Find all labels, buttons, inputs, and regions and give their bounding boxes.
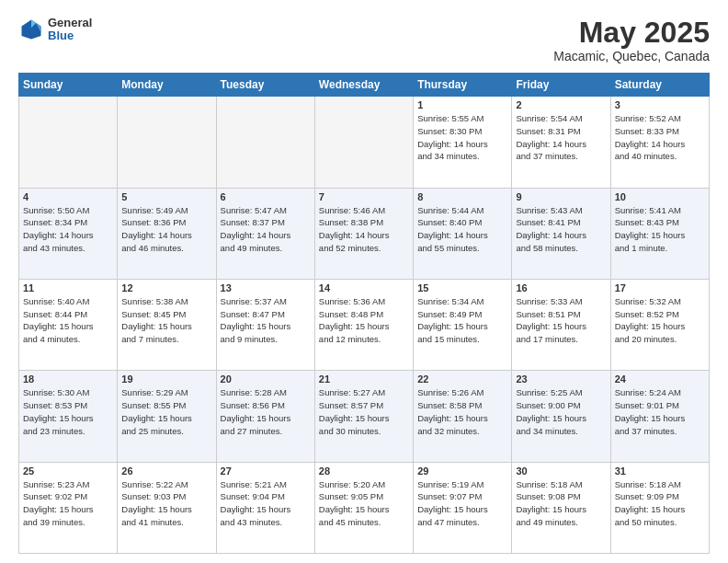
calendar-cell: 16Sunrise: 5:33 AM Sunset: 8:51 PM Dayli… — [512, 279, 610, 370]
cell-content: Sunrise: 5:19 AM Sunset: 9:07 PM Dayligh… — [417, 478, 507, 529]
day-number: 4 — [23, 191, 113, 202]
calendar-cell: 2Sunrise: 5:54 AM Sunset: 8:31 PM Daylig… — [512, 97, 610, 188]
calendar-row: 18Sunrise: 5:30 AM Sunset: 8:53 PM Dayli… — [19, 371, 710, 462]
day-number: 9 — [516, 191, 606, 202]
day-number: 28 — [319, 465, 409, 477]
day-number: 24 — [615, 373, 705, 385]
day-number: 27 — [221, 465, 311, 477]
calendar-row: 4Sunrise: 5:50 AM Sunset: 8:34 PM Daylig… — [19, 188, 710, 279]
cell-content: Sunrise: 5:37 AM Sunset: 8:47 PM Dayligh… — [221, 295, 311, 346]
calendar-cell: 25Sunrise: 5:23 AM Sunset: 9:02 PM Dayli… — [19, 462, 118, 553]
calendar-cell: 3Sunrise: 5:52 AM Sunset: 8:33 PM Daylig… — [610, 97, 709, 188]
calendar-cell: 20Sunrise: 5:28 AM Sunset: 8:56 PM Dayli… — [216, 371, 314, 462]
day-number: 5 — [121, 191, 211, 202]
calendar-cell: 22Sunrise: 5:26 AM Sunset: 8:58 PM Dayli… — [414, 371, 512, 462]
cell-content: Sunrise: 5:21 AM Sunset: 9:04 PM Dayligh… — [221, 478, 311, 529]
calendar-cell: 26Sunrise: 5:22 AM Sunset: 9:03 PM Dayli… — [118, 462, 216, 553]
logo: General Blue — [18, 17, 92, 43]
calendar-cell: 15Sunrise: 5:34 AM Sunset: 8:49 PM Dayli… — [414, 279, 512, 370]
calendar-cell: 7Sunrise: 5:46 AM Sunset: 8:38 PM Daylig… — [314, 188, 413, 279]
day-number: 10 — [615, 191, 705, 202]
logo-blue: Blue — [48, 29, 92, 42]
calendar-cell — [216, 97, 314, 188]
cell-content: Sunrise: 5:30 AM Sunset: 8:53 PM Dayligh… — [23, 386, 113, 437]
day-number: 14 — [319, 282, 409, 293]
calendar-cell: 11Sunrise: 5:40 AM Sunset: 8:44 PM Dayli… — [19, 279, 118, 370]
day-number: 8 — [417, 191, 507, 202]
subtitle: Macamic, Quebec, Canada — [553, 49, 710, 63]
main-title: May 2025 — [553, 17, 710, 49]
day-number: 17 — [615, 282, 705, 293]
calendar-cell: 9Sunrise: 5:43 AM Sunset: 8:41 PM Daylig… — [512, 188, 610, 279]
day-number: 3 — [615, 99, 705, 110]
calendar-day-header: Tuesday — [216, 74, 314, 97]
day-number: 1 — [417, 99, 507, 110]
cell-content: Sunrise: 5:18 AM Sunset: 9:09 PM Dayligh… — [615, 478, 705, 529]
cell-content: Sunrise: 5:46 AM Sunset: 8:38 PM Dayligh… — [319, 204, 409, 255]
calendar-day-header: Wednesday — [314, 74, 413, 97]
day-number: 18 — [23, 373, 113, 385]
cell-content: Sunrise: 5:38 AM Sunset: 8:45 PM Dayligh… — [121, 295, 211, 346]
calendar-cell: 30Sunrise: 5:18 AM Sunset: 9:08 PM Dayli… — [512, 462, 610, 553]
day-number: 23 — [516, 373, 606, 385]
calendar-cell: 6Sunrise: 5:47 AM Sunset: 8:37 PM Daylig… — [216, 188, 314, 279]
cell-content: Sunrise: 5:44 AM Sunset: 8:40 PM Dayligh… — [417, 204, 507, 255]
cell-content: Sunrise: 5:28 AM Sunset: 8:56 PM Dayligh… — [221, 386, 311, 437]
calendar-cell: 19Sunrise: 5:29 AM Sunset: 8:55 PM Dayli… — [118, 371, 216, 462]
calendar-day-header: Thursday — [414, 74, 512, 97]
cell-content: Sunrise: 5:40 AM Sunset: 8:44 PM Dayligh… — [23, 295, 113, 346]
cell-content: Sunrise: 5:55 AM Sunset: 8:30 PM Dayligh… — [417, 112, 507, 163]
day-number: 13 — [221, 282, 311, 293]
day-number: 31 — [615, 465, 705, 477]
day-number: 11 — [23, 282, 113, 293]
calendar-day-header: Sunday — [19, 74, 118, 97]
calendar-cell: 12Sunrise: 5:38 AM Sunset: 8:45 PM Dayli… — [118, 279, 216, 370]
cell-content: Sunrise: 5:47 AM Sunset: 8:37 PM Dayligh… — [221, 204, 311, 255]
cell-content: Sunrise: 5:27 AM Sunset: 8:57 PM Dayligh… — [319, 386, 409, 437]
day-number: 25 — [23, 465, 113, 477]
calendar-cell: 17Sunrise: 5:32 AM Sunset: 8:52 PM Dayli… — [610, 279, 709, 370]
cell-content: Sunrise: 5:25 AM Sunset: 9:00 PM Dayligh… — [516, 386, 606, 437]
calendar-cell: 23Sunrise: 5:25 AM Sunset: 9:00 PM Dayli… — [512, 371, 610, 462]
calendar-cell — [19, 97, 118, 188]
day-number: 19 — [121, 373, 211, 385]
calendar-row: 11Sunrise: 5:40 AM Sunset: 8:44 PM Dayli… — [19, 279, 710, 370]
cell-content: Sunrise: 5:34 AM Sunset: 8:49 PM Dayligh… — [417, 295, 507, 346]
calendar-cell: 29Sunrise: 5:19 AM Sunset: 9:07 PM Dayli… — [414, 462, 512, 553]
calendar-row: 25Sunrise: 5:23 AM Sunset: 9:02 PM Dayli… — [19, 462, 710, 553]
day-number: 12 — [121, 282, 211, 293]
calendar-table: SundayMondayTuesdayWednesdayThursdayFrid… — [18, 73, 710, 554]
calendar-header-row: SundayMondayTuesdayWednesdayThursdayFrid… — [19, 74, 710, 97]
calendar-cell: 10Sunrise: 5:41 AM Sunset: 8:43 PM Dayli… — [610, 188, 709, 279]
calendar-cell — [118, 97, 216, 188]
calendar-cell: 4Sunrise: 5:50 AM Sunset: 8:34 PM Daylig… — [19, 188, 118, 279]
day-number: 29 — [417, 465, 507, 477]
day-number: 22 — [417, 373, 507, 385]
cell-content: Sunrise: 5:52 AM Sunset: 8:33 PM Dayligh… — [615, 112, 705, 163]
cell-content: Sunrise: 5:29 AM Sunset: 8:55 PM Dayligh… — [121, 386, 211, 437]
header-area: General Blue May 2025 Macamic, Quebec, C… — [18, 17, 710, 63]
calendar-cell: 13Sunrise: 5:37 AM Sunset: 8:47 PM Dayli… — [216, 279, 314, 370]
page: General Blue May 2025 Macamic, Quebec, C… — [0, 0, 728, 563]
cell-content: Sunrise: 5:24 AM Sunset: 9:01 PM Dayligh… — [615, 386, 705, 437]
cell-content: Sunrise: 5:41 AM Sunset: 8:43 PM Dayligh… — [615, 204, 705, 255]
cell-content: Sunrise: 5:32 AM Sunset: 8:52 PM Dayligh… — [615, 295, 705, 346]
cell-content: Sunrise: 5:49 AM Sunset: 8:36 PM Dayligh… — [121, 204, 211, 255]
calendar-row: 1Sunrise: 5:55 AM Sunset: 8:30 PM Daylig… — [19, 97, 710, 188]
day-number: 21 — [319, 373, 409, 385]
day-number: 30 — [516, 465, 606, 477]
cell-content: Sunrise: 5:50 AM Sunset: 8:34 PM Dayligh… — [23, 204, 113, 255]
calendar-cell: 31Sunrise: 5:18 AM Sunset: 9:09 PM Dayli… — [610, 462, 709, 553]
cell-content: Sunrise: 5:54 AM Sunset: 8:31 PM Dayligh… — [516, 112, 606, 163]
cell-content: Sunrise: 5:33 AM Sunset: 8:51 PM Dayligh… — [516, 295, 606, 346]
calendar-cell — [314, 97, 413, 188]
logo-icon — [18, 17, 44, 42]
day-number: 6 — [221, 191, 311, 202]
cell-content: Sunrise: 5:36 AM Sunset: 8:48 PM Dayligh… — [319, 295, 409, 346]
day-number: 26 — [121, 465, 211, 477]
calendar-day-header: Monday — [118, 74, 216, 97]
day-number: 2 — [516, 99, 606, 110]
cell-content: Sunrise: 5:20 AM Sunset: 9:05 PM Dayligh… — [319, 478, 409, 529]
logo-general: General — [48, 17, 92, 29]
day-number: 15 — [417, 282, 507, 293]
